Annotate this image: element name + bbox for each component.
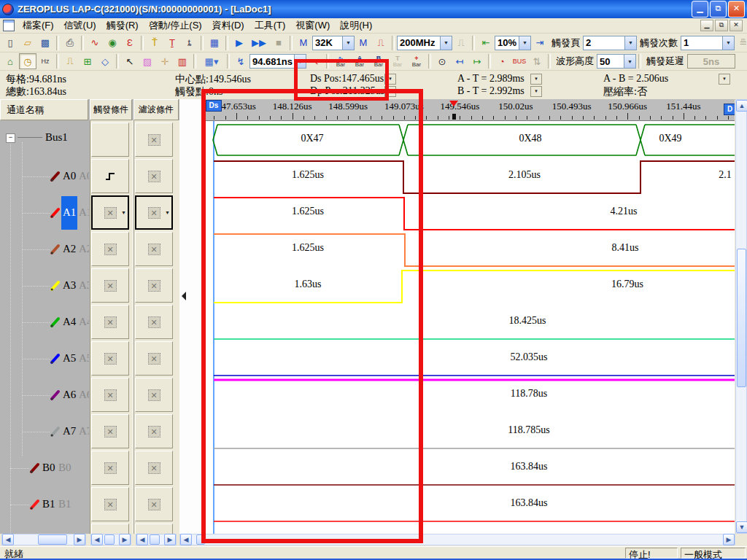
channel-row-a3[interactable]: A3A3 <box>0 268 89 304</box>
menu-item-0[interactable]: 檔案(F) <box>18 18 59 34</box>
note-cursor-button[interactable]: ▨ <box>139 53 156 69</box>
filter-condition-cell-a5[interactable]: ✕ <box>135 341 173 376</box>
filter-column-scrollbar[interactable]: ◀ ▶ <box>136 534 177 545</box>
filter-condition-cell-b0[interactable]: ✕ <box>135 451 173 485</box>
bus-setup-button[interactable]: BUS <box>511 53 528 69</box>
a-b-dropdown[interactable]: ▼ <box>719 74 730 85</box>
channel-row-a1[interactable]: A1A1 <box>0 195 89 231</box>
wave-height-combo[interactable]: 50▼ <box>597 54 636 69</box>
sample-depth-combo[interactable]: 32K▼ <box>312 36 355 50</box>
tree-collapse-icon[interactable]: − <box>6 133 15 143</box>
channel-row-b0[interactable]: B0B0 <box>0 450 89 486</box>
trigger-position-combo[interactable]: 10%▼ <box>495 36 531 50</box>
channel-name-label[interactable]: B1 <box>42 498 55 510</box>
channel-name-label[interactable]: A3 <box>63 279 76 292</box>
b-t-dropdown[interactable]: ▼ <box>530 86 542 97</box>
find-button[interactable]: ⊙ <box>433 53 451 69</box>
chevron-down-icon[interactable]: ▼ <box>624 55 635 68</box>
filter-condition-cell-a4[interactable]: ✕ <box>135 305 173 339</box>
scroll-right-icon[interactable]: ▶ <box>723 534 735 545</box>
frequency-display-button[interactable]: Hz <box>36 53 54 69</box>
channel-name-label[interactable]: A4 <box>63 316 76 328</box>
trigger-mark-red-button[interactable]: Ṯ <box>163 35 181 51</box>
menu-item-5[interactable]: 工具(T) <box>249 18 291 34</box>
channel-name-label[interactable]: B0 <box>42 462 55 474</box>
scroll-left-icon[interactable]: ◀ <box>2 534 14 545</box>
channel-row-a2[interactable]: A2A2 <box>0 231 89 268</box>
trigger-condition-header[interactable]: 觸發條件 <box>90 99 132 120</box>
bar-statistics-button[interactable]: ▥ <box>174 53 191 69</box>
memory-page-prev-button[interactable]: M <box>295 35 312 51</box>
trigger-mark-frame-button[interactable]: ȶ <box>181 35 198 51</box>
save-button[interactable]: ▩ <box>36 35 54 51</box>
restore-button[interactable]: ⧉ <box>710 1 727 18</box>
trigger-condition-cell-a1[interactable]: ▼✕ <box>91 195 129 230</box>
menu-item-1[interactable]: 信號(U) <box>59 18 101 34</box>
home-button[interactable]: ⌂ <box>1 53 19 69</box>
channel-name-label[interactable]: A7 <box>63 425 76 438</box>
chevron-down-icon[interactable]: ▼ <box>722 36 734 50</box>
menu-item-2[interactable]: 觸發(R) <box>101 18 144 34</box>
trigger-condition-cell-bus1[interactable] <box>91 122 129 157</box>
splitter-collapse-icon[interactable] <box>177 292 186 300</box>
scroll-right-icon[interactable]: ▶ <box>164 534 176 545</box>
trigger-condition-cell-a7[interactable]: ✕ <box>91 414 129 448</box>
filter-condition-cell-extra[interactable] <box>135 524 173 534</box>
channel-name-label[interactable]: A1 <box>63 206 76 219</box>
channel-name-label[interactable]: A6 <box>63 389 76 401</box>
panel-splitter-gutter[interactable] <box>179 99 204 534</box>
run-button[interactable]: ▶ <box>231 35 248 51</box>
mdi-minimize-button[interactable]: ▁ <box>700 20 713 31</box>
scroll-thumb[interactable] <box>38 534 67 545</box>
filter-condition-cell-a1[interactable]: ▼✕ <box>135 195 173 230</box>
trigger-condition-cell-a6[interactable]: ✕ <box>91 378 129 412</box>
channel-row-a6[interactable]: A6A6 <box>0 377 89 413</box>
channel-row-a0[interactable]: A0A0 <box>0 158 89 195</box>
channel-name-label[interactable]: A5 <box>63 352 76 365</box>
channel-row-b1[interactable]: B1B1 <box>0 486 89 523</box>
scroll-left-icon[interactable]: ◀ <box>136 534 148 545</box>
name-column-scrollbar[interactable]: ◀ ▶ <box>1 534 86 545</box>
filter-condition-cell-a0[interactable]: ✕ <box>135 159 173 193</box>
filter-condition-cell-a3[interactable]: ✕ <box>135 268 173 303</box>
menu-item-4[interactable]: 資料(D) <box>207 18 249 34</box>
trigger-condition-cell-a2[interactable]: ✕ <box>91 232 129 266</box>
trigger-page-combo[interactable]: 2▼ <box>583 36 637 50</box>
channel-row-bus1[interactable]: −Bus1 <box>0 122 89 158</box>
trigger-pos-right-button[interactable]: ⇥ <box>531 35 549 51</box>
trigger-mark-yellow-button[interactable]: Ť <box>146 35 163 51</box>
filter-condition-cell-a7[interactable]: ✕ <box>135 414 173 448</box>
sampling-setup-button[interactable]: ∿ <box>86 35 104 51</box>
filter-condition-header[interactable]: 濾波條件 <box>133 99 179 120</box>
filter-condition-cell-b1[interactable]: ✕ <box>135 487 173 521</box>
scroll-right-icon[interactable]: ▶ <box>119 534 131 545</box>
channel-name-label[interactable]: A0 <box>63 170 76 182</box>
acquisition-clock-button[interactable]: ◔ <box>493 53 511 69</box>
filter-condition-cell-a6[interactable]: ✕ <box>135 378 173 412</box>
print-button[interactable]: ⎙ <box>61 35 79 51</box>
trigger-count-combo[interactable]: 1▼ <box>681 36 735 50</box>
scroll-down-icon[interactable]: ▼ <box>736 521 747 533</box>
square-wave-button[interactable]: ⎍ <box>372 35 390 51</box>
waveform-window-button[interactable]: ⎍ <box>61 53 79 69</box>
filter-condition-cell-bus1[interactable]: ✕ <box>135 122 173 157</box>
menu-item-3[interactable]: 啓動/停止(S) <box>144 18 207 34</box>
trigger-condition-cell-b0[interactable]: ✕ <box>91 451 129 485</box>
scroll-thumb[interactable] <box>104 534 115 545</box>
a-t-dropdown[interactable]: ▼ <box>530 74 542 85</box>
bus-name-label[interactable]: Bus1 <box>45 131 68 144</box>
close-button[interactable]: ✕ <box>728 1 745 18</box>
trigger-condition-cell-a3[interactable]: ✕ <box>91 268 129 303</box>
menu-item-7[interactable]: 說明(H) <box>335 18 377 34</box>
scroll-thumb[interactable] <box>150 534 160 545</box>
goto-next-edge-button[interactable]: ↦ <box>468 53 486 69</box>
mdi-restore-button[interactable]: ⧉ <box>715 20 728 31</box>
trigger-condition-cell-a5[interactable]: ✕ <box>91 341 129 376</box>
time-display-button[interactable]: ◷ <box>19 53 36 69</box>
chevron-down-icon[interactable]: ▼ <box>342 36 354 50</box>
vertical-scroll-thumb[interactable] <box>737 249 746 387</box>
filter-condition-cell-a2[interactable]: ✕ <box>135 232 173 266</box>
compression-button[interactable]: ▦ <box>206 35 223 51</box>
mdi-close-button[interactable]: ✕ <box>729 20 743 31</box>
zoom-tool-button[interactable]: ↯ <box>232 53 249 69</box>
